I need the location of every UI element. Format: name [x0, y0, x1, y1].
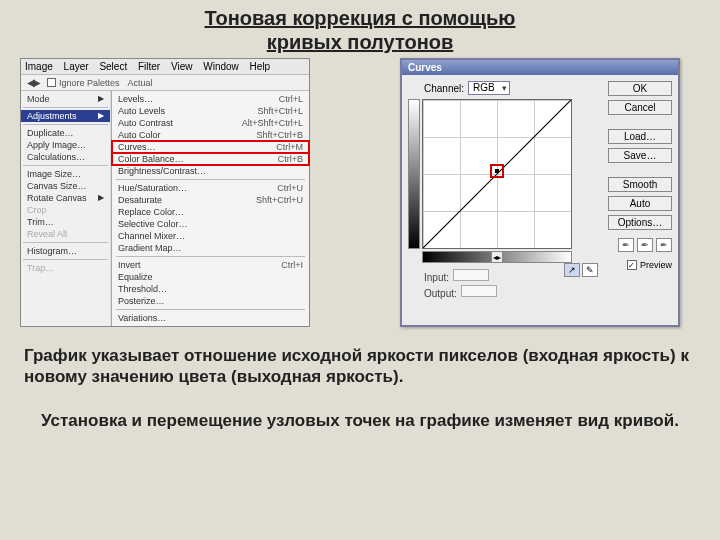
- ignore-palettes-checkbox[interactable]: Ignore Palettes: [47, 78, 120, 88]
- menu-item-apply-image[interactable]: Apply Image…: [21, 139, 110, 151]
- submenu-item-label: Channel Mixer…: [118, 231, 185, 241]
- channel-select[interactable]: RGB: [468, 81, 510, 95]
- submenu-item-shortcut: Ctrl+B: [278, 154, 303, 164]
- ok-button[interactable]: OK: [608, 81, 672, 96]
- menu-item-mode[interactable]: Mode: [21, 93, 110, 105]
- submenu-item-label: Auto Contrast: [118, 118, 173, 128]
- submenu-item[interactable]: Auto ColorShft+Ctrl+B: [112, 129, 309, 141]
- submenu-item[interactable]: Hue/Saturation…Ctrl+U: [112, 182, 309, 194]
- submenu-item-shortcut: Shft+Ctrl+L: [257, 106, 303, 116]
- submenu-item-label: Selective Color…: [118, 219, 188, 229]
- curve-graph-area: ◂▸: [408, 99, 600, 263]
- preview-checkbox[interactable]: ✓: [627, 260, 637, 270]
- menu-item-adjustments[interactable]: Adjustments: [21, 110, 110, 122]
- input-value-field[interactable]: [453, 269, 489, 281]
- submenu-item-label: Gradient Map…: [118, 243, 182, 253]
- menu-item-histogram[interactable]: Histogram…: [21, 245, 110, 257]
- submenu-item-shortcut: Ctrl+L: [279, 94, 303, 104]
- submenu-item-shortcut: Ctrl+I: [281, 260, 303, 270]
- input-gradient: ◂▸: [422, 251, 572, 263]
- eyedropper-gray-icon[interactable]: ✒: [637, 238, 653, 252]
- adjustments-submenu: Levels…Ctrl+LAuto LevelsShft+Ctrl+LAuto …: [111, 91, 309, 326]
- submenu-item-label: Equalize: [118, 272, 153, 282]
- menu-image[interactable]: Image: [25, 61, 53, 72]
- cancel-button[interactable]: Cancel: [608, 100, 672, 115]
- curve-mode-point-icon[interactable]: ↗: [564, 263, 580, 277]
- submenu-item[interactable]: Equalize: [112, 271, 309, 283]
- menu-filter[interactable]: Filter: [138, 61, 160, 72]
- image-menu-panel: Image Layer Select Filter View Window He…: [20, 58, 310, 327]
- submenu-item-shortcut: Alt+Shft+Ctrl+L: [242, 118, 303, 128]
- submenu-item[interactable]: Curves…Ctrl+M: [112, 141, 309, 153]
- menu-window[interactable]: Window: [203, 61, 239, 72]
- submenu-item-label: Variations…: [118, 313, 166, 323]
- menu-item-trim[interactable]: Trim…: [21, 216, 110, 228]
- history-arrows-icon[interactable]: ◀▶: [27, 77, 39, 88]
- submenu-item[interactable]: Brightness/Contrast…: [112, 165, 309, 177]
- preview-label: Preview: [640, 260, 672, 270]
- submenu-item-label: Auto Levels: [118, 106, 165, 116]
- submenu-item-label: Hue/Saturation…: [118, 183, 187, 193]
- title-line-1: Тоновая коррекция с помощью: [0, 6, 720, 30]
- load-button[interactable]: Load…: [608, 129, 672, 144]
- submenu-item[interactable]: Color Balance…Ctrl+B: [112, 153, 309, 165]
- submenu-item[interactable]: Channel Mixer…: [112, 230, 309, 242]
- submenu-item[interactable]: Gradient Map…: [112, 242, 309, 254]
- app-menubar: Image Layer Select Filter View Window He…: [21, 59, 309, 75]
- channel-label: Channel:: [424, 83, 464, 94]
- menu-item-reveal-all: Reveal All: [21, 228, 110, 240]
- smooth-button[interactable]: Smooth: [608, 177, 672, 192]
- menu-help[interactable]: Help: [250, 61, 271, 72]
- eyedropper-white-icon[interactable]: ✒: [656, 238, 672, 252]
- submenu-item-shortcut: Ctrl+U: [277, 183, 303, 193]
- curve-control-point[interactable]: [492, 166, 502, 176]
- menu-view[interactable]: View: [171, 61, 193, 72]
- submenu-item-label: Invert: [118, 260, 141, 270]
- description-paragraph-2: Установка и перемещение узловых точек на…: [0, 400, 720, 431]
- menu-item-duplicate[interactable]: Duplicate…: [21, 127, 110, 139]
- submenu-item-label: Color Balance…: [118, 154, 184, 164]
- submenu-item[interactable]: Auto ContrastAlt+Shft+Ctrl+L: [112, 117, 309, 129]
- submenu-item-shortcut: Shft+Ctrl+U: [256, 195, 303, 205]
- menu-item-canvas-size[interactable]: Canvas Size…: [21, 180, 110, 192]
- menu-item-calculations[interactable]: Calculations…: [21, 151, 110, 163]
- menu-item-rotate-canvas[interactable]: Rotate Canvas: [21, 192, 110, 204]
- submenu-item-label: Auto Color: [118, 130, 161, 140]
- curve-graph[interactable]: [422, 99, 572, 249]
- auto-button[interactable]: Auto: [608, 196, 672, 211]
- options-bar: ◀▶ Ignore Palettes Actual: [21, 75, 309, 91]
- submenu-item[interactable]: InvertCtrl+I: [112, 259, 309, 271]
- input-label: Input:: [424, 272, 449, 283]
- submenu-item[interactable]: Variations…: [112, 312, 309, 324]
- curves-dialog: Curves Channel: RGB: [400, 58, 680, 327]
- submenu-item[interactable]: Threshold…: [112, 283, 309, 295]
- submenu-item[interactable]: Levels…Ctrl+L: [112, 93, 309, 105]
- menu-layer[interactable]: Layer: [64, 61, 89, 72]
- menu-item-image-size[interactable]: Image Size…: [21, 168, 110, 180]
- menu-item-trap: Trap…: [21, 262, 110, 274]
- eyedropper-black-icon[interactable]: ✒: [618, 238, 634, 252]
- submenu-item-label: Curves…: [118, 142, 156, 152]
- submenu-item[interactable]: DesaturateShft+Ctrl+U: [112, 194, 309, 206]
- output-gradient: [408, 99, 420, 249]
- save-button[interactable]: Save…: [608, 148, 672, 163]
- submenu-item[interactable]: Posterize…: [112, 295, 309, 307]
- actual-pixels-button[interactable]: Actual: [128, 78, 153, 88]
- submenu-item[interactable]: Replace Color…: [112, 206, 309, 218]
- options-button[interactable]: Options…: [608, 215, 672, 230]
- submenu-item-label: Threshold…: [118, 284, 167, 294]
- curve-mode-pencil-icon[interactable]: ✎: [582, 263, 598, 277]
- submenu-item-label: Posterize…: [118, 296, 165, 306]
- submenu-item-label: Brightness/Contrast…: [118, 166, 206, 176]
- submenu-item-label: Levels…: [118, 94, 153, 104]
- midpoint-marker-icon[interactable]: ◂▸: [491, 251, 503, 263]
- output-label: Output:: [424, 288, 457, 299]
- submenu-item-label: Desaturate: [118, 195, 162, 205]
- curves-dialog-title: Curves: [402, 60, 678, 75]
- submenu-item[interactable]: Selective Color…: [112, 218, 309, 230]
- submenu-item-label: Replace Color…: [118, 207, 184, 217]
- submenu-item[interactable]: Auto LevelsShft+Ctrl+L: [112, 105, 309, 117]
- output-value-field[interactable]: [461, 285, 497, 297]
- submenu-item-shortcut: Shft+Ctrl+B: [256, 130, 303, 140]
- menu-select[interactable]: Select: [99, 61, 127, 72]
